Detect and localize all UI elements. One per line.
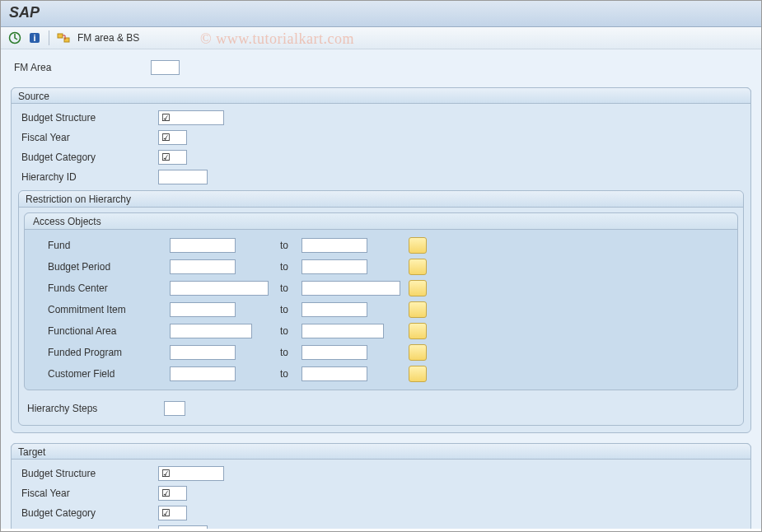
access-row: Fundto <box>30 235 732 256</box>
source-group-title: Source <box>11 87 751 104</box>
restriction-subgroup: Restriction on Hierarchy Access Objects … <box>18 190 744 426</box>
target-fiscal-year-label: Fiscal Year <box>18 488 158 499</box>
to-label: to <box>269 368 302 380</box>
access-row: Funded Programto <box>30 342 732 363</box>
fm-area-bs-button[interactable]: FM area & BS <box>77 32 139 44</box>
svg-text:i: i <box>33 33 35 43</box>
execute-icon[interactable] <box>7 30 22 45</box>
info-icon[interactable]: i <box>27 30 42 45</box>
multiple-selection-button[interactable] <box>409 237 427 254</box>
access-label: Budget Period <box>30 261 170 273</box>
multiple-selection-button[interactable] <box>409 344 427 361</box>
budget-category-input[interactable] <box>158 150 187 165</box>
access-row: Functional Areato <box>30 320 732 342</box>
access-objects-title: Access Objects <box>25 213 737 230</box>
hierarchy-steps-label: Hierarchy Steps <box>24 403 164 414</box>
multiple-selection-button[interactable] <box>409 259 427 275</box>
hierarchy-id-input[interactable] <box>158 170 208 184</box>
access-from-input[interactable] <box>170 259 236 274</box>
multiple-selection-button[interactable] <box>409 323 427 339</box>
target-budget-category-input[interactable] <box>158 506 187 520</box>
access-from-input[interactable] <box>170 345 236 360</box>
fiscal-year-input[interactable] <box>158 130 187 145</box>
access-label: Fund <box>30 240 170 251</box>
budget-structure-input[interactable] <box>158 110 224 125</box>
access-label: Funded Program <box>30 347 170 358</box>
access-from-input[interactable] <box>170 302 236 317</box>
access-objects-group: Access Objects FundtoBudget PeriodtoFund… <box>24 212 738 390</box>
access-to-input[interactable] <box>302 281 400 296</box>
source-group: Source Budget Structure ☑ Fiscal Year ☑ … <box>11 87 751 433</box>
hierarchy-id-label: Hierarchy ID <box>18 171 158 183</box>
restriction-title: Restriction on Hierarchy <box>19 191 743 208</box>
to-label: to <box>269 325 302 337</box>
target-group-title: Target <box>11 443 751 460</box>
access-from-input[interactable] <box>170 324 252 338</box>
target-hierarchy-id-label: Hierarchy ID <box>18 527 158 529</box>
to-label: to <box>269 347 302 358</box>
multiple-selection-button[interactable] <box>409 301 427 318</box>
access-to-input[interactable] <box>302 366 367 381</box>
to-label: to <box>269 261 302 273</box>
hierarchy-steps-input[interactable] <box>164 401 185 416</box>
toolbar: i FM area & BS <box>1 27 761 49</box>
multiple-selection-button[interactable] <box>409 280 427 296</box>
target-hierarchy-id-input[interactable] <box>158 525 208 529</box>
multiple-selection-button[interactable] <box>409 366 427 382</box>
target-budget-structure-input[interactable] <box>158 466 224 481</box>
access-to-input[interactable] <box>302 238 367 253</box>
access-from-input[interactable] <box>170 281 269 296</box>
access-to-input[interactable] <box>302 345 367 360</box>
fm-area-icon[interactable] <box>56 30 71 45</box>
access-to-input[interactable] <box>302 259 367 274</box>
fm-area-row: FM Area <box>11 58 751 77</box>
access-row: Commitment Itemto <box>30 299 732 320</box>
access-from-input[interactable] <box>170 238 236 253</box>
page-title: SAP <box>1 1 761 27</box>
budget-category-label: Budget Category <box>18 152 158 163</box>
target-group: Target Budget Structure ☑ Fiscal Year ☑ … <box>11 443 751 529</box>
to-label: to <box>269 304 302 315</box>
budget-structure-label: Budget Structure <box>18 112 158 124</box>
toolbar-separator <box>49 30 49 45</box>
target-budget-structure-label: Budget Structure <box>18 468 158 479</box>
to-label: to <box>269 240 302 251</box>
fm-area-input[interactable] <box>151 60 180 75</box>
content-area: FM Area Source Budget Structure ☑ Fiscal… <box>1 49 761 529</box>
svg-rect-3 <box>58 34 63 38</box>
access-label: Customer Field <box>30 368 170 380</box>
access-row: Budget Periodto <box>30 256 732 278</box>
access-label: Funds Center <box>30 282 170 294</box>
target-fiscal-year-input[interactable] <box>158 486 187 501</box>
access-label: Functional Area <box>30 325 170 337</box>
fm-area-label: FM Area <box>11 62 151 73</box>
access-to-input[interactable] <box>302 324 384 338</box>
fiscal-year-label: Fiscal Year <box>18 132 158 143</box>
to-label: to <box>269 282 302 294</box>
target-budget-category-label: Budget Category <box>18 507 158 519</box>
access-row: Customer Fieldto <box>30 363 732 385</box>
access-row: Funds Centerto <box>30 278 732 299</box>
access-from-input[interactable] <box>170 366 236 381</box>
access-label: Commitment Item <box>30 304 170 315</box>
access-to-input[interactable] <box>302 302 367 317</box>
